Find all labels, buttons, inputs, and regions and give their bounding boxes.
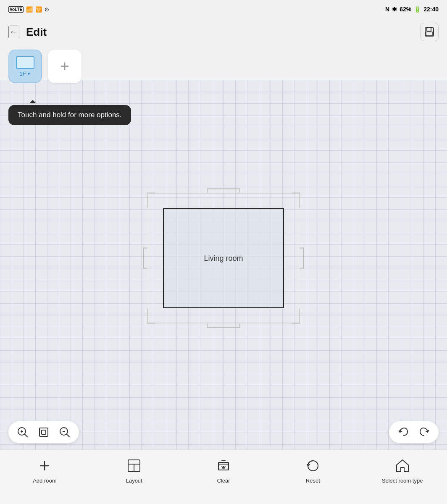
redo-button[interactable] — [417, 425, 432, 440]
handle-bottom-right[interactable] — [292, 309, 300, 324]
undo-button[interactable] — [396, 425, 411, 440]
zoom-controls — [8, 421, 79, 443]
signal-icon: 📶 — [26, 6, 33, 13]
svg-line-6 — [25, 434, 27, 437]
add-floor-button[interactable]: + — [48, 50, 82, 83]
nav-item-add-room[interactable]: Add room — [0, 457, 89, 484]
handle-bottom-left[interactable] — [147, 309, 155, 324]
center-view-button[interactable] — [36, 425, 51, 440]
tooltip: Touch and hold for more options. — [8, 105, 131, 125]
volte-icon: VoLTE — [8, 6, 24, 13]
center-icon — [38, 426, 50, 438]
nfc-icon: N — [385, 6, 389, 13]
svg-rect-7 — [39, 428, 48, 436]
tooltip-text: Touch and hold for more options. — [18, 111, 122, 119]
save-button[interactable] — [420, 23, 439, 41]
reset-icon — [304, 457, 322, 475]
clear-label: Clear — [217, 478, 230, 484]
top-bar-left: ← Edit — [8, 26, 47, 39]
svg-rect-8 — [42, 430, 46, 434]
bottom-nav: Add room Layout Clear — [0, 449, 447, 504]
zoom-out-icon — [59, 426, 71, 438]
handle-top[interactable] — [207, 189, 240, 193]
clock: 22:40 — [423, 6, 439, 13]
notification-icon: ⊙ — [45, 6, 49, 13]
reset-label: Reset — [306, 478, 320, 484]
handle-left[interactable] — [143, 248, 147, 269]
add-room-label: Add room — [33, 478, 56, 484]
battery-icon: 🔋 — [414, 6, 421, 13]
save-icon — [424, 26, 435, 37]
page-title: Edit — [26, 26, 47, 39]
floor-tab-label: 1F ▼ — [19, 71, 31, 77]
top-bar: ← Edit — [0, 18, 447, 45]
select-room-type-label: Select room type — [382, 478, 423, 484]
handle-top-right[interactable] — [292, 193, 300, 208]
layout-icon — [125, 457, 143, 475]
nav-item-reset[interactable]: Reset — [268, 457, 358, 484]
bluetooth-icon: ✱ — [392, 6, 397, 13]
canvas[interactable]: Living room — [0, 80, 447, 449]
floor-tabs: 1F ▼ + — [0, 45, 447, 87]
wifi-icon: 🛜 — [35, 6, 42, 13]
room-label: Living room — [204, 254, 243, 262]
svg-line-11 — [67, 434, 69, 437]
battery-level: 62% — [400, 6, 411, 13]
clear-icon — [214, 457, 233, 475]
redo-icon — [418, 426, 430, 438]
nav-item-layout[interactable]: Layout — [89, 457, 179, 484]
status-left: VoLTE 📶 🛜 ⊙ — [8, 6, 49, 13]
add-room-icon — [35, 457, 54, 475]
back-button[interactable]: ← — [8, 26, 19, 38]
layout-label: Layout — [126, 478, 142, 484]
handle-right[interactable] — [300, 248, 304, 269]
svg-rect-1 — [427, 28, 431, 31]
room-box[interactable]: Living room — [163, 208, 284, 308]
zoom-in-button[interactable] — [15, 425, 30, 440]
undo-redo-controls — [389, 421, 439, 443]
floor-tab-1f[interactable]: 1F ▼ — [8, 50, 42, 83]
zoom-in-icon — [17, 426, 29, 438]
select-room-type-icon — [393, 457, 412, 475]
undo-icon — [397, 426, 409, 438]
floor-tab-icon — [16, 56, 34, 69]
room-selection[interactable]: Living room — [148, 193, 299, 323]
nav-item-select-room-type[interactable]: Select room type — [358, 457, 447, 484]
handle-bottom[interactable] — [207, 324, 240, 328]
chevron-down-icon: ▼ — [27, 71, 31, 76]
svg-rect-2 — [426, 32, 433, 36]
status-right: N ✱ 62% 🔋 22:40 — [385, 6, 439, 13]
handle-top-left[interactable] — [147, 193, 155, 208]
zoom-out-button[interactable] — [57, 425, 72, 440]
status-bar: VoLTE 📶 🛜 ⊙ N ✱ 62% 🔋 22:40 — [0, 0, 447, 18]
nav-item-clear[interactable]: Clear — [179, 457, 268, 484]
